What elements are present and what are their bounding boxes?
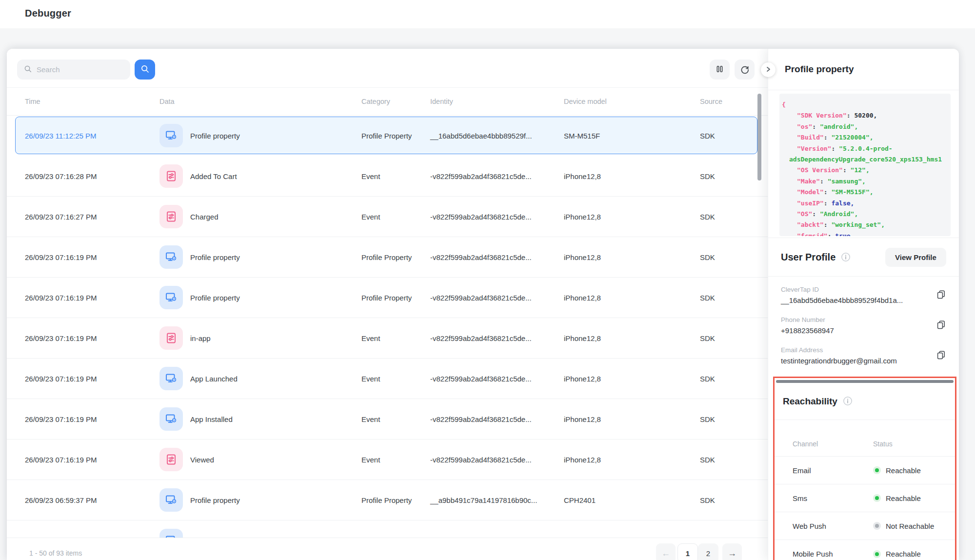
table-row[interactable]: 26/09/23 07:16:27 PMChargedEvent-v822f59… (7, 197, 768, 237)
column-header-identity: Identity (430, 98, 564, 105)
cell: SM-M515F (564, 132, 700, 140)
cell: __a9bb491c79a14197816b90c... (430, 496, 564, 504)
table-row[interactable]: 26/09/23 07:16:19 PMApp LaunchedEvent-v8… (7, 359, 768, 399)
reachable-dot-icon (873, 466, 881, 474)
page-title: Debugger (25, 8, 71, 19)
copy-button[interactable] (936, 320, 946, 331)
cell: SDK (700, 415, 768, 423)
profile-field: Phone Number+918823568947 (781, 316, 948, 335)
cell: -v822f599ab2ad4f36821c5de... (430, 456, 564, 464)
debugger-card: TimeDataCategoryIdentityDevice modelSour… (7, 49, 959, 560)
events-main-area: TimeDataCategoryIdentityDevice modelSour… (7, 49, 768, 560)
page-button-2[interactable]: 2 (698, 543, 718, 560)
table-row[interactable]: 26/09/23 06:59:37 PMProfile propertyProf… (7, 480, 768, 520)
column-header-category: Category (361, 98, 430, 105)
event-name: Profile property (190, 496, 240, 504)
channel-name: Mobile Push (793, 550, 873, 558)
code-line: "Build": "21520004", (789, 132, 948, 143)
pause-icon (715, 64, 725, 76)
pause-button[interactable] (710, 60, 730, 80)
code-line: "OS Version": "12", (789, 165, 948, 176)
cell: -v822f599ab2ad4f36821c5de... (430, 253, 564, 261)
cell-data: Viewed (159, 448, 361, 471)
cell: 26/09/23 07:16:19 PM (7, 456, 159, 464)
code-line: "useIP": false, (789, 198, 948, 209)
cell: -v822f599ab2ad4f36821c5de... (430, 172, 564, 180)
reachability-row: Mobile PushReachable (775, 540, 955, 560)
status-label: Reachable (886, 494, 921, 502)
user-profile-fields: CleverTap ID__16abd5d6ebae4bbb89529f4bd1… (781, 286, 948, 377)
pagination-summary: 1 - 50 of 93 items (29, 549, 82, 557)
table-row[interactable]: 26/09/23 07:16:19 PMProfile propertyProf… (7, 278, 768, 318)
code-line: "Version": "5.2.0.4-prod-adsDependencyUp… (789, 143, 948, 165)
cell: 26/09/23 07:16:27 PM (7, 213, 159, 221)
cell: Event (361, 172, 430, 180)
copy-icon (936, 294, 946, 301)
previous-page-button[interactable]: ← (656, 543, 676, 560)
cell: SDK (700, 456, 768, 464)
cell-data (159, 529, 361, 538)
events-table: 26/09/23 11:12:25 PMProfile propertyProf… (7, 116, 768, 538)
view-profile-button[interactable]: View Profile (885, 248, 946, 267)
table-row[interactable]: 26/09/23 07:16:28 PMAdded To CartEvent-v… (7, 156, 768, 197)
table-row[interactable] (7, 520, 768, 538)
cell: Profile Property (361, 253, 430, 261)
search-submit-button[interactable] (135, 60, 155, 80)
search-box[interactable] (17, 60, 130, 80)
event-name: App Launched (190, 375, 238, 383)
device-profile-icon (159, 488, 183, 512)
cell: Event (361, 213, 430, 221)
cell: 26/09/23 07:16:19 PM (7, 375, 159, 383)
table-row[interactable]: 26/09/23 11:12:25 PMProfile propertyProf… (7, 116, 768, 156)
cell: __16abd5d6ebae4bbb89529f... (430, 132, 564, 140)
copy-icon (936, 324, 946, 331)
event-name: in-app (190, 334, 211, 342)
refresh-button[interactable] (735, 60, 755, 80)
cell: 26/09/23 07:16:28 PM (7, 172, 159, 180)
table-row[interactable]: 26/09/23 07:16:19 PMViewedEvent-v822f599… (7, 440, 768, 480)
cell: -v822f599ab2ad4f36821c5de... (430, 415, 564, 423)
horizontal-scrollbar[interactable] (776, 380, 954, 383)
cell: CPH2401 (564, 496, 700, 504)
cell: -v822f599ab2ad4f36821c5de... (430, 375, 564, 383)
code-line: "Make": "samsung", (789, 176, 948, 187)
field-value: testintegrationdrbugger@gmail.com (781, 357, 948, 365)
page-button-1[interactable]: 1 (677, 543, 698, 560)
code-line: "Model": "SM-M515F", (789, 187, 948, 198)
copy-button[interactable] (936, 289, 946, 301)
profile-field: Email Addresstestintegrationdrbugger@gma… (781, 346, 948, 365)
reachable-dot-icon (873, 550, 881, 558)
column-header-data: Data (159, 98, 361, 105)
cell: SDK (700, 213, 768, 221)
info-icon (841, 252, 851, 264)
cell-data: in-app (159, 326, 361, 350)
panel-header: Profile property (768, 49, 959, 90)
table-row[interactable]: 26/09/23 07:16:19 PMProfile propertyProf… (7, 237, 768, 278)
search-input[interactable] (37, 65, 124, 74)
reachability-section-highlighted: Reachability Channel Status EmailReachab… (773, 377, 956, 560)
cell: -v822f599ab2ad4f36821c5de... (430, 334, 564, 342)
table-row[interactable]: 26/09/23 07:16:19 PMin-appEvent-v822f599… (7, 318, 768, 359)
panel-title: Profile property (785, 64, 854, 75)
divider (768, 238, 959, 238)
cell: 26/09/23 07:16:19 PM (7, 253, 159, 261)
event-name: Added To Cart (190, 172, 237, 180)
next-page-button[interactable]: → (722, 543, 742, 560)
reachability-row: EmailReachable (775, 457, 955, 484)
table-row[interactable]: 26/09/23 07:16:19 PMApp InstalledEvent-v… (7, 399, 768, 440)
cell: iPhone12,8 (564, 172, 700, 180)
cell: 26/09/23 06:59:37 PM (7, 496, 159, 504)
cell-data: Added To Cart (159, 164, 361, 188)
cell: Profile Property (361, 294, 430, 302)
cell: -v822f599ab2ad4f36821c5de... (430, 213, 564, 221)
cell: Event (361, 375, 430, 383)
collapse-panel-button[interactable] (761, 62, 776, 77)
status-label: Not Reachable (886, 522, 934, 530)
cell: iPhone12,8 (564, 456, 700, 464)
copy-icon (936, 354, 946, 361)
copy-button[interactable] (936, 350, 946, 361)
field-label: CleverTap ID (781, 286, 948, 293)
status-column-header: Status (873, 440, 893, 448)
field-value: +918823568947 (781, 326, 948, 335)
event-name: Charged (190, 213, 219, 221)
